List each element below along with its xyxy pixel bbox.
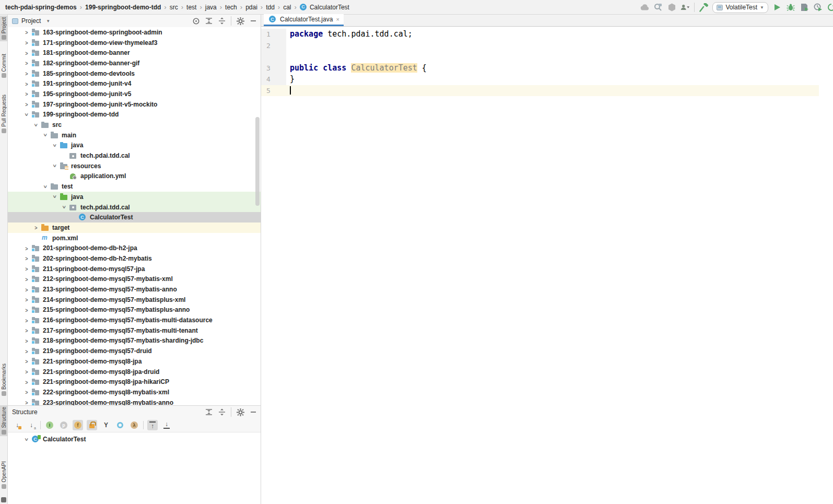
show-inherited-icon[interactable]: I: [44, 420, 55, 430]
chevron-collapsed-icon[interactable]: [22, 91, 31, 97]
tree-row[interactable]: 219-springboot-demo-mysql57-druid: [8, 346, 261, 356]
tree-row[interactable]: 199-springboot-demo-tdd: [8, 110, 261, 120]
tree-row[interactable]: 213-springboot-demo-mysql57-mybatis-anno: [8, 284, 261, 295]
tree-row[interactable]: application.yml: [8, 171, 261, 182]
chevron-expanded-icon[interactable]: [51, 194, 59, 200]
clipped-toolbar-icon[interactable]: [827, 3, 833, 12]
tree-row[interactable]: tech.pdai.tdd.cal: [8, 150, 261, 161]
tree-row[interactable]: 221-springboot-demo-mysql8-jpa-hikariCP: [8, 377, 261, 387]
tree-row[interactable]: resources: [8, 161, 261, 171]
search-everywhere-icon[interactable]: [653, 3, 663, 12]
breadcrumb-item[interactable]: CalculatorTest: [309, 4, 350, 11]
current-code-line[interactable]: 5: [261, 85, 819, 97]
chevron-collapsed-icon[interactable]: [22, 266, 31, 272]
chevron-collapsed-icon[interactable]: [22, 389, 31, 395]
line-number-gutter[interactable]: 1: [261, 29, 286, 40]
chevron-collapsed-icon[interactable]: [22, 255, 31, 261]
tree-row[interactable]: 223-springboot-demo-mysql8-mybatis-anno: [8, 397, 261, 405]
chevron-collapsed-icon[interactable]: [22, 307, 31, 313]
show-lambdas-icon[interactable]: λ: [129, 420, 139, 430]
chevron-collapsed-icon[interactable]: [22, 101, 31, 107]
tree-row[interactable]: 191-springboot-demo-junit-v4: [8, 78, 261, 89]
tree-row[interactable]: 171-springboot-demo-view-thymeleaf3: [8, 38, 261, 48]
chevron-expanded-icon[interactable]: [22, 437, 31, 442]
tree-row[interactable]: 197-springboot-demo-junit-v5-mockito: [8, 99, 261, 110]
expand-all-icon[interactable]: [205, 17, 213, 25]
code-line[interactable]: 4}: [261, 74, 819, 85]
tree-row[interactable]: 214-springboot-demo-mysql57-mybatisplus-…: [8, 295, 261, 305]
line-number-gutter[interactable]: 5: [261, 85, 286, 97]
project-scrollbar[interactable]: [255, 117, 260, 206]
plugin-hexagon-icon[interactable]: [667, 3, 676, 12]
sort-alphabetically-icon[interactable]: ↓a: [26, 420, 37, 430]
line-number-gutter[interactable]: 4: [261, 74, 286, 85]
code-editor[interactable]: 1package tech.pdai.tdd.cal;23public clas…: [261, 27, 833, 504]
gear-icon[interactable]: [236, 17, 244, 25]
autoscroll-from-source-icon[interactable]: ↓: [161, 420, 172, 430]
sidebar-item-commit[interactable]: Commit: [0, 52, 8, 79]
chevron-collapsed-icon[interactable]: [22, 369, 31, 374]
group-methods-icon[interactable]: Y: [101, 420, 111, 430]
chevron-collapsed-icon[interactable]: [22, 358, 31, 364]
tree-row[interactable]: 181-springboot-demo-banner: [8, 48, 261, 58]
debug-button[interactable]: [786, 3, 795, 12]
chevron-down-icon[interactable]: ▼: [46, 19, 50, 24]
hide-panel-icon[interactable]: [249, 408, 257, 416]
code-line[interactable]: 2: [261, 40, 819, 52]
tree-row[interactable]: 185-springboot-demo-devtools: [8, 68, 261, 79]
expand-all-icon[interactable]: [205, 408, 213, 416]
tree-row[interactable]: 218-springboot-demo-mysql57-mybatis-shar…: [8, 336, 261, 346]
breadcrumb-item[interactable]: cal: [282, 4, 292, 11]
chevron-collapsed-icon[interactable]: [22, 60, 31, 66]
sidebar-item-project[interactable]: Project: [0, 16, 8, 41]
toolwindow-switcher-icon[interactable]: [1, 497, 6, 502]
editor-area[interactable]: CalculatorTest.java 1package tech.pdai.t…: [261, 15, 833, 504]
run-with-coverage-button[interactable]: [800, 3, 809, 12]
sidebar-item-structure[interactable]: Structure: [0, 405, 8, 436]
chevron-expanded-icon[interactable]: [41, 132, 50, 138]
chevron-expanded-icon[interactable]: [51, 143, 59, 148]
breadcrumb-item[interactable]: 199-springboot-demo-tdd: [84, 4, 162, 11]
show-anonymous-classes-icon[interactable]: [115, 420, 125, 430]
tree-row[interactable]: 222-springboot-demo-mysql8-mybatis-xml: [8, 387, 261, 397]
tree-row[interactable]: 195-springboot-demo-junit-v5: [8, 89, 261, 99]
tree-row[interactable]: 163-springboot-demo-springboot-admin: [8, 27, 261, 38]
tree-row[interactable]: pom.xml: [8, 233, 261, 243]
chevron-collapsed-icon[interactable]: [22, 338, 31, 344]
chevron-collapsed-icon[interactable]: [22, 81, 31, 87]
chevron-collapsed-icon[interactable]: [22, 318, 31, 323]
tab-calculatortest-java[interactable]: CalculatorTest.java: [264, 14, 344, 26]
run-configuration-select[interactable]: VolatileTest ▼: [712, 2, 768, 13]
collapse-all-icon[interactable]: [218, 408, 226, 416]
tree-row[interactable]: 221-springboot-demo-mysql8-jpa: [8, 356, 261, 367]
code-line[interactable]: [261, 51, 819, 63]
chevron-collapsed-icon[interactable]: [22, 50, 31, 56]
chevron-collapsed-icon[interactable]: [22, 379, 31, 385]
run-button[interactable]: [772, 3, 782, 12]
show-non-public-icon[interactable]: [87, 420, 97, 430]
chevron-collapsed-icon[interactable]: [22, 71, 31, 76]
gear-icon[interactable]: [236, 408, 244, 416]
tree-row[interactable]: main: [8, 130, 261, 140]
breadcrumb-item[interactable]: tech-pdai-spring-demos: [4, 4, 78, 11]
chevron-expanded-icon[interactable]: [22, 112, 31, 118]
tree-row[interactable]: 216-springboot-demo-mysql57-mybatis-mult…: [8, 315, 261, 325]
chevron-collapsed-icon[interactable]: [22, 297, 31, 302]
breadcrumb-item[interactable]: java: [204, 4, 218, 11]
breadcrumb-item[interactable]: tdd: [265, 4, 276, 11]
tree-row[interactable]: java: [8, 192, 261, 202]
tree-row[interactable]: CalculatorTest: [8, 434, 261, 444]
tree-row[interactable]: test: [8, 181, 261, 192]
tree-row[interactable]: 212-springboot-demo-mysql57-mybatis-xml: [8, 274, 261, 285]
breadcrumb-item[interactable]: src: [169, 4, 179, 11]
line-number-gutter[interactable]: 2: [261, 40, 286, 52]
chevron-collapsed-icon[interactable]: [22, 29, 31, 35]
cloud-sync-icon[interactable]: [640, 3, 649, 12]
breadcrumb-item[interactable]: tech: [224, 4, 238, 11]
chevron-expanded-icon[interactable]: [60, 204, 68, 210]
code-line[interactable]: 1package tech.pdai.tdd.cal;: [261, 29, 819, 40]
tree-row[interactable]: 201-springboot-demo-db-h2-jpa: [8, 243, 261, 253]
tree-row[interactable]: 217-springboot-demo-mysql57-mybatis-mult…: [8, 325, 261, 336]
line-number-gutter[interactable]: [261, 51, 286, 63]
tree-row[interactable]: 211-springboot-demo-mysql57-jpa: [8, 264, 261, 274]
